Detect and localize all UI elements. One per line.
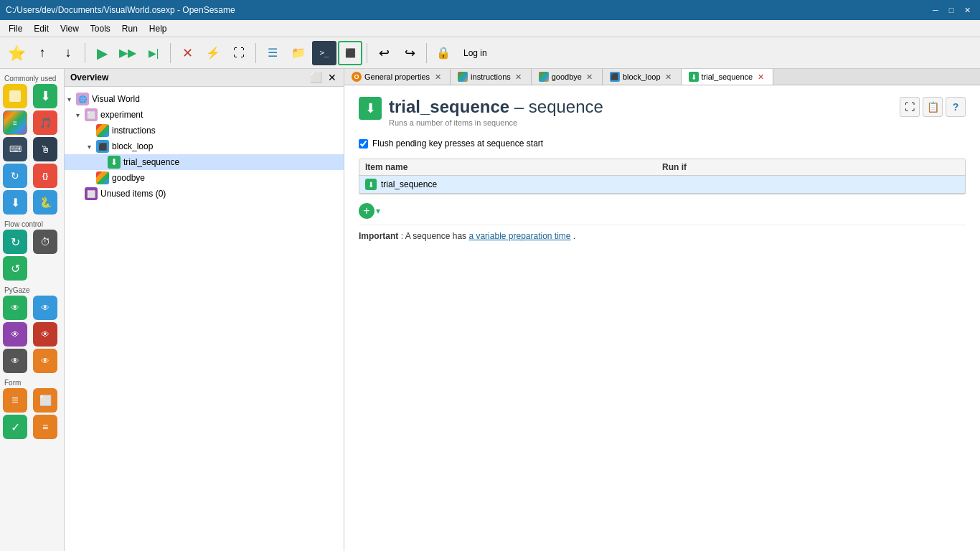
sketchpad-icon[interactable] — [3, 84, 27, 108]
general-props-tab-close[interactable]: ✕ — [433, 72, 443, 82]
run-fast-button[interactable]: ▶▶ — [116, 41, 140, 65]
menu-edit[interactable]: Edit — [28, 22, 55, 35]
goodbye-tab-label: goodbye — [552, 72, 582, 81]
keyboard-icon[interactable]: ⌨ — [3, 137, 27, 161]
kill-button[interactable]: ✕ — [175, 41, 199, 65]
folder-button[interactable]: 📁 — [286, 41, 311, 65]
overview-close-button[interactable]: ✕ — [326, 72, 338, 83]
trial-sequence-icon: ⬇ — [108, 156, 121, 169]
sequence-content: ⬇ trial_sequence – sequence Runs a numbe… — [344, 85, 980, 551]
pygaze4-icon[interactable]: 👁 — [33, 322, 57, 347]
list-view-button[interactable]: ☰ — [260, 41, 285, 65]
form-rainbow-icon[interactable]: ≡ — [3, 110, 27, 135]
clock-icon[interactable]: ⏱ — [33, 230, 57, 254]
download-icon[interactable]: ⬇ — [3, 190, 27, 215]
menu-run[interactable]: Run — [116, 22, 143, 35]
important-link[interactable]: a variable preparation time — [468, 231, 570, 241]
pygaze5-icon[interactable]: 👁 — [3, 349, 27, 373]
form3-icon[interactable]: ✓ — [3, 415, 27, 439]
tree-item-unused[interactable]: ⬜ Unused items (0) — [65, 186, 344, 202]
overview-header: Overview ⬜ ✕ — [65, 69, 344, 87]
sequence-row-0[interactable]: ⬇ trial_sequence — [359, 176, 965, 194]
sequence-down-icon[interactable]: ⬇ — [33, 84, 57, 108]
sep1 — [85, 43, 85, 63]
tab-instructions[interactable]: instructions ✕ — [451, 69, 532, 85]
commonly-used-label: Commonly used — [3, 72, 61, 84]
tab-block-loop[interactable]: ⬛ block_loop ✕ — [603, 69, 682, 85]
unused-label: Unused items (0) — [100, 189, 166, 199]
col-run-if: Run if — [662, 162, 959, 172]
maximize-button[interactable]: □ — [944, 3, 958, 17]
new-button[interactable]: ⭐ — [4, 41, 29, 65]
tree-item-trial-sequence[interactable]: ⬇ trial_sequence — [65, 154, 344, 170]
overview-tree: ▾ 🌐 Visual World ▾ ⬜ experiment instruct… — [65, 87, 344, 551]
loop-icon[interactable]: ↻ — [3, 164, 27, 188]
seq-help-button[interactable]: ? — [946, 97, 966, 117]
add-item-button[interactable]: + ▾ — [359, 203, 380, 219]
instructions-tab-close[interactable]: ✕ — [514, 72, 524, 82]
tree-item-instructions[interactable]: instructions — [65, 123, 344, 138]
trial-seq-tab-close[interactable]: ✕ — [755, 72, 765, 82]
form2-icon[interactable]: ⬜ — [33, 388, 57, 413]
run-skip-button[interactable]: ▶| — [141, 41, 166, 65]
menu-help[interactable]: Help — [143, 22, 173, 35]
python-icon[interactable]: 🐍 — [33, 190, 57, 215]
tabs-bar: O General properties ✕ instructions ✕ go… — [344, 69, 980, 85]
coroutines-icon[interactable]: ↻ — [3, 230, 27, 254]
tree-item-experiment[interactable]: ▾ ⬜ experiment — [65, 107, 344, 123]
menu-view[interactable]: View — [55, 22, 85, 35]
sequence-table: Item name Run if ⬇ trial_sequence — [359, 159, 966, 194]
seq-export-button[interactable]: 📋 — [923, 97, 943, 117]
block-loop-tab-icon: ⬛ — [610, 72, 620, 82]
important-bold: Important — [359, 231, 398, 241]
undo-button[interactable]: ↩ — [372, 41, 396, 65]
tree-item-visual-world[interactable]: ▾ 🌐 Visual World — [65, 91, 344, 107]
sequence-subtitle: Runs a number of items in sequence — [389, 118, 603, 127]
sequence-name-heading: trial_sequence – sequence — [389, 97, 603, 117]
seq-expand-button[interactable]: ⛶ — [900, 97, 920, 117]
pause-button[interactable]: ⚡ — [201, 41, 225, 65]
block-loop-tab-close[interactable]: ✕ — [664, 72, 674, 82]
move-up-button[interactable]: ↑ — [30, 41, 55, 65]
sequence-title-area: ⬇ trial_sequence – sequence Runs a numbe… — [359, 97, 603, 127]
pygaze3-icon[interactable]: 👁 — [3, 322, 27, 347]
sidebar: Commonly used ⬇ ≡ 🎵 ⌨ 🖱 ↻ {} ⬇ 🐍 Flow co… — [0, 69, 65, 551]
flush-label: Flush pending key presses at sequence st… — [372, 138, 543, 149]
inline-icon[interactable]: {} — [33, 164, 57, 188]
menu-tools[interactable]: Tools — [85, 22, 116, 35]
lock-button[interactable]: 🔒 — [431, 41, 456, 65]
tab-trial-sequence[interactable]: ⬇ trial_sequence ✕ — [682, 69, 774, 85]
move-down-button[interactable]: ↓ — [56, 41, 80, 65]
tree-item-goodbye[interactable]: goodbye — [65, 170, 344, 186]
run-button[interactable]: ▶ — [90, 41, 114, 65]
pygaze2-icon[interactable]: 👁 — [33, 296, 57, 320]
goodbye-tab-close[interactable]: ✕ — [585, 72, 595, 82]
plugin-button[interactable]: ⬛ — [338, 41, 362, 65]
trial-seq-tab-label: trial_sequence — [702, 72, 753, 81]
tree-item-block-loop[interactable]: ▾ ⬛ block_loop — [65, 138, 344, 154]
toolbar: ⭐ ↑ ↓ ▶ ▶▶ ▶| ✕ ⚡ ⛶ ☰ 📁 >_ ⬛ ↩ ↪ 🔒 Log i… — [0, 37, 980, 69]
important-detail: : A sequence has — [401, 231, 469, 241]
menu-file[interactable]: File — [3, 22, 28, 35]
fullscreen-button[interactable]: ⛶ — [227, 41, 251, 65]
pygaze6-icon[interactable]: 👁 — [33, 349, 57, 373]
tab-general-properties[interactable]: O General properties ✕ — [344, 69, 451, 85]
sequence-main-icon: ⬇ — [359, 97, 382, 120]
close-button[interactable]: ✕ — [960, 3, 974, 17]
flush-checkbox[interactable] — [359, 139, 368, 149]
redo-button[interactable]: ↪ — [397, 41, 422, 65]
sampler-icon[interactable]: 🎵 — [33, 110, 57, 135]
form1-icon[interactable]: ≡ — [3, 388, 27, 413]
terminal-button[interactable]: >_ — [312, 41, 336, 65]
form4-icon[interactable]: ≡ — [33, 415, 57, 439]
overview-expand-button[interactable]: ⬜ — [308, 72, 324, 83]
experiment-icon: ⬜ — [85, 108, 98, 121]
flow-control-label: Flow control — [3, 217, 61, 230]
pygaze1-icon[interactable]: 👁 — [3, 296, 27, 320]
mouse-icon[interactable]: 🖱 — [33, 137, 57, 161]
login-button[interactable]: Log in — [457, 41, 494, 65]
tab-goodbye[interactable]: goodbye ✕ — [532, 69, 603, 85]
repeat-icon[interactable]: ↺ — [3, 256, 27, 281]
experiment-label: experiment — [100, 110, 143, 120]
minimize-button[interactable]: ─ — [928, 3, 943, 17]
